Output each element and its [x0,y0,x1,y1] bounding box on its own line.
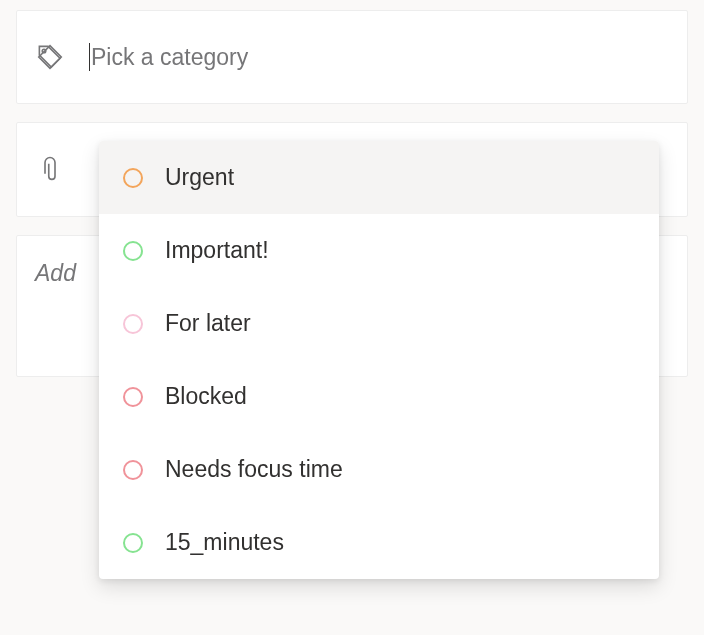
dropdown-item-needs-focus-time[interactable]: Needs focus time [99,433,659,506]
category-dropdown: Urgent Important! For later Blocked Need… [99,141,659,579]
tag-icon [35,42,89,72]
category-color-ring [123,533,143,553]
dropdown-item-for-later[interactable]: For later [99,287,659,360]
category-color-ring [123,168,143,188]
category-color-ring [123,241,143,261]
dropdown-item-important[interactable]: Important! [99,214,659,287]
dropdown-item-label: Needs focus time [165,456,343,483]
dropdown-item-15-minutes[interactable]: 15_minutes [99,506,659,579]
category-input[interactable] [91,44,669,71]
dropdown-item-label: 15_minutes [165,529,284,556]
note-placeholder: Add [35,260,76,287]
category-color-ring [123,460,143,480]
text-cursor [89,43,90,71]
category-field-card [16,10,688,104]
dropdown-item-label: For later [165,310,251,337]
dropdown-item-urgent[interactable]: Urgent [99,141,659,214]
dropdown-item-label: Important! [165,237,269,264]
dropdown-item-label: Urgent [165,164,234,191]
category-color-ring [123,387,143,407]
dropdown-item-label: Blocked [165,383,247,410]
paperclip-icon [35,155,89,185]
category-color-ring [123,314,143,334]
dropdown-item-blocked[interactable]: Blocked [99,360,659,433]
